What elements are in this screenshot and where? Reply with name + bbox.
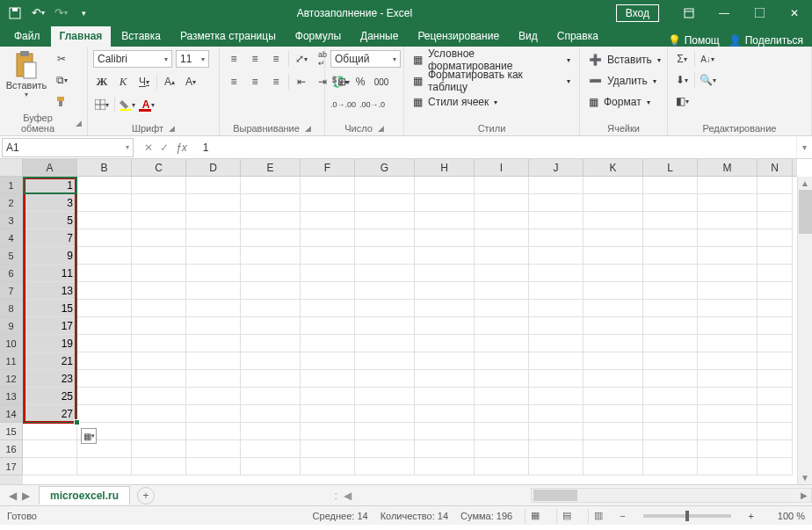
cell-B7[interactable] <box>77 282 132 300</box>
row-header-14[interactable]: 14 <box>0 405 23 423</box>
normal-view-icon[interactable]: ▦ <box>525 508 544 524</box>
cell-N14[interactable] <box>758 405 793 423</box>
cell-K4[interactable] <box>584 229 643 247</box>
cell-styles-button[interactable]: ▦Стили ячеек▾ <box>410 92 501 112</box>
cell-N13[interactable] <box>758 388 793 405</box>
cell-A16[interactable] <box>23 440 77 458</box>
cell-G6[interactable] <box>355 265 415 282</box>
cell-A6[interactable]: 11 <box>23 265 77 282</box>
cell-J13[interactable] <box>529 388 584 405</box>
sort-filter-icon[interactable]: A↓▾ <box>699 50 716 68</box>
cell-M13[interactable] <box>698 388 758 405</box>
cell-E10[interactable] <box>241 335 301 352</box>
row-header-15[interactable]: 15 <box>0 423 23 440</box>
cell-L10[interactable] <box>643 335 698 352</box>
col-header-I[interactable]: I <box>475 159 529 176</box>
cell-G1[interactable] <box>355 177 415 194</box>
cell-F15[interactable] <box>301 423 355 440</box>
cell-F11[interactable] <box>301 352 355 370</box>
cell-F3[interactable] <box>301 212 355 229</box>
col-header-G[interactable]: G <box>355 159 415 176</box>
cell-M11[interactable] <box>698 352 758 370</box>
cell-G17[interactable] <box>355 458 415 476</box>
insert-function-icon[interactable]: ƒx <box>176 142 187 154</box>
cell-N11[interactable] <box>758 352 793 370</box>
cell-F8[interactable] <box>301 300 355 317</box>
row-header-12[interactable]: 12 <box>0 370 23 388</box>
cell-F4[interactable] <box>301 229 355 247</box>
cell-C7[interactable] <box>132 282 186 300</box>
cell-F1[interactable] <box>301 177 355 194</box>
cell-B9[interactable] <box>77 317 132 335</box>
format-painter-icon[interactable] <box>51 92 72 110</box>
row-header-10[interactable]: 10 <box>0 335 23 352</box>
scroll-thumb[interactable] <box>799 190 812 234</box>
col-header-N[interactable]: N <box>758 159 793 176</box>
cell-D13[interactable] <box>186 388 241 405</box>
cell-J9[interactable] <box>529 317 584 335</box>
zoom-slider[interactable] <box>643 514 731 518</box>
cell-I8[interactable] <box>475 300 529 317</box>
alignment-dialog-icon[interactable]: ◢ <box>305 124 311 133</box>
zoom-level[interactable]: 100 % <box>766 511 805 521</box>
cell-A15[interactable] <box>23 423 77 440</box>
cell-H2[interactable] <box>415 194 475 212</box>
cell-M15[interactable] <box>698 423 758 440</box>
cell-K17[interactable] <box>584 458 643 476</box>
tab-insert[interactable]: Вставка <box>112 26 170 47</box>
row-header-5[interactable]: 5 <box>0 247 23 265</box>
cell-J16[interactable] <box>529 440 584 458</box>
cell-E2[interactable] <box>241 194 301 212</box>
row-header-6[interactable]: 6 <box>0 265 23 282</box>
cell-M17[interactable] <box>698 458 758 476</box>
cell-J15[interactable] <box>529 423 584 440</box>
row-header-16[interactable]: 16 <box>0 440 23 458</box>
cell-A10[interactable]: 19 <box>23 335 77 352</box>
cell-H13[interactable] <box>415 388 475 405</box>
cell-F14[interactable] <box>301 405 355 423</box>
cell-G8[interactable] <box>355 300 415 317</box>
cell-K9[interactable] <box>584 317 643 335</box>
cell-E15[interactable] <box>241 423 301 440</box>
close-icon[interactable]: ✕ <box>777 0 812 25</box>
cell-C16[interactable] <box>132 440 186 458</box>
cell-B10[interactable] <box>77 335 132 352</box>
cell-I7[interactable] <box>475 282 529 300</box>
cell-H5[interactable] <box>415 247 475 265</box>
name-box[interactable]: A1▾ <box>2 138 134 157</box>
cell-L7[interactable] <box>643 282 698 300</box>
cell-N10[interactable] <box>758 335 793 352</box>
cell-C3[interactable] <box>132 212 186 229</box>
cell-N3[interactable] <box>758 212 793 229</box>
accounting-format-icon[interactable]: 💱▾ <box>330 73 348 91</box>
cell-B2[interactable] <box>77 194 132 212</box>
cell-E13[interactable] <box>241 388 301 405</box>
cell-D3[interactable] <box>186 212 241 229</box>
cell-E12[interactable] <box>241 370 301 388</box>
cell-N2[interactable] <box>758 194 793 212</box>
cell-F16[interactable] <box>301 440 355 458</box>
align-left-icon[interactable]: ≡ <box>225 73 243 91</box>
col-header-E[interactable]: E <box>241 159 301 176</box>
cell-L1[interactable] <box>643 177 698 194</box>
cell-M9[interactable] <box>698 317 758 335</box>
cell-L2[interactable] <box>643 194 698 212</box>
cell-H3[interactable] <box>415 212 475 229</box>
cell-E7[interactable] <box>241 282 301 300</box>
cell-B4[interactable] <box>77 229 132 247</box>
cell-D1[interactable] <box>186 177 241 194</box>
cell-H12[interactable] <box>415 370 475 388</box>
cell-J2[interactable] <box>529 194 584 212</box>
cell-F5[interactable] <box>301 247 355 265</box>
cell-G14[interactable] <box>355 405 415 423</box>
cell-N5[interactable] <box>758 247 793 265</box>
col-header-M[interactable]: M <box>698 159 758 176</box>
cell-G12[interactable] <box>355 370 415 388</box>
cell-F17[interactable] <box>301 458 355 476</box>
percent-format-icon[interactable]: % <box>352 73 369 91</box>
cell-F10[interactable] <box>301 335 355 352</box>
cell-A14[interactable]: 27 <box>23 405 77 423</box>
cell-N7[interactable] <box>758 282 793 300</box>
sheet-tab[interactable]: microexcel.ru <box>39 486 130 505</box>
scroll-up-icon[interactable]: ▲ <box>801 178 809 188</box>
